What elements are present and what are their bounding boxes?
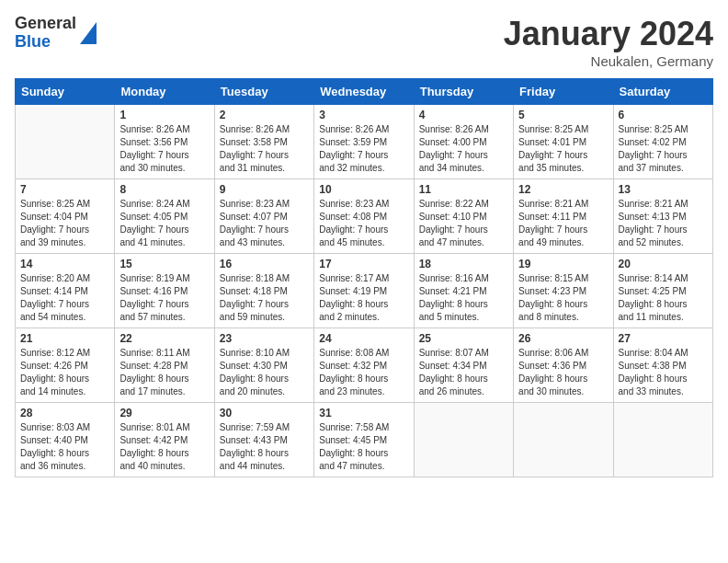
calendar-cell: 20Sunrise: 8:14 AMSunset: 4:25 PMDayligh… bbox=[613, 254, 712, 328]
calendar-cell: 25Sunrise: 8:07 AMSunset: 4:34 PMDayligh… bbox=[414, 328, 513, 403]
day-number: 28 bbox=[20, 407, 109, 419]
day-number: 3 bbox=[319, 109, 408, 121]
calendar-cell: 13Sunrise: 8:21 AMSunset: 4:13 PMDayligh… bbox=[613, 179, 712, 254]
calendar-cell: 19Sunrise: 8:15 AMSunset: 4:23 PMDayligh… bbox=[514, 254, 613, 328]
day-number: 5 bbox=[518, 109, 608, 121]
day-number: 12 bbox=[518, 183, 608, 196]
calendar-cell: 29Sunrise: 8:01 AMSunset: 4:42 PMDayligh… bbox=[115, 403, 214, 477]
day-number: 31 bbox=[319, 407, 408, 419]
day-number: 24 bbox=[319, 332, 408, 345]
day-number: 23 bbox=[220, 332, 309, 345]
day-info: Sunrise: 8:16 AMSunset: 4:21 PMDaylight:… bbox=[419, 272, 508, 324]
day-number: 6 bbox=[619, 109, 708, 121]
calendar-cell: 24Sunrise: 8:08 AMSunset: 4:32 PMDayligh… bbox=[314, 328, 414, 403]
day-number: 18 bbox=[419, 258, 508, 270]
day-info: Sunrise: 8:01 AMSunset: 4:42 PMDaylight:… bbox=[119, 421, 209, 473]
day-info: Sunrise: 8:10 AMSunset: 4:30 PMDaylight:… bbox=[220, 347, 309, 398]
day-number: 29 bbox=[119, 407, 209, 419]
calendar-cell: 17Sunrise: 8:17 AMSunset: 4:19 PMDayligh… bbox=[314, 254, 414, 328]
day-header-wednesday: Wednesday bbox=[314, 79, 414, 105]
day-header-saturday: Saturday bbox=[613, 79, 712, 105]
day-number: 17 bbox=[319, 258, 408, 270]
day-number: 13 bbox=[619, 183, 708, 196]
day-info: Sunrise: 7:58 AMSunset: 4:45 PMDaylight:… bbox=[319, 421, 408, 473]
calendar-cell: 12Sunrise: 8:21 AMSunset: 4:11 PMDayligh… bbox=[514, 179, 613, 254]
day-info: Sunrise: 8:17 AMSunset: 4:19 PMDaylight:… bbox=[319, 272, 408, 324]
calendar-cell bbox=[16, 105, 115, 179]
day-number: 30 bbox=[220, 407, 309, 419]
day-header-tuesday: Tuesday bbox=[214, 79, 313, 105]
location: Neukalen, Germany bbox=[504, 53, 713, 69]
day-info: Sunrise: 8:23 AMSunset: 4:08 PMDaylight:… bbox=[319, 198, 408, 249]
day-number: 2 bbox=[220, 109, 309, 121]
day-number: 22 bbox=[119, 332, 209, 345]
calendar-cell: 16Sunrise: 8:18 AMSunset: 4:18 PMDayligh… bbox=[214, 254, 313, 328]
calendar-cell: 23Sunrise: 8:10 AMSunset: 4:30 PMDayligh… bbox=[214, 328, 313, 403]
svg-marker-0 bbox=[80, 22, 97, 44]
day-number: 20 bbox=[619, 258, 708, 270]
day-number: 15 bbox=[119, 258, 209, 270]
calendar-week-4: 21Sunrise: 8:12 AMSunset: 4:26 PMDayligh… bbox=[16, 328, 713, 403]
calendar-week-2: 7Sunrise: 8:25 AMSunset: 4:04 PMDaylight… bbox=[16, 179, 713, 254]
day-info: Sunrise: 8:26 AMSunset: 3:59 PMDaylight:… bbox=[319, 123, 408, 175]
calendar-cell bbox=[613, 403, 712, 477]
calendar-cell: 26Sunrise: 8:06 AMSunset: 4:36 PMDayligh… bbox=[514, 328, 613, 403]
day-info: Sunrise: 8:20 AMSunset: 4:14 PMDaylight:… bbox=[20, 272, 109, 324]
day-number: 14 bbox=[20, 258, 109, 270]
day-info: Sunrise: 7:59 AMSunset: 4:43 PMDaylight:… bbox=[220, 421, 309, 473]
day-info: Sunrise: 8:11 AMSunset: 4:28 PMDaylight:… bbox=[119, 347, 209, 398]
day-info: Sunrise: 8:22 AMSunset: 4:10 PMDaylight:… bbox=[419, 198, 508, 249]
day-header-friday: Friday bbox=[514, 79, 613, 105]
day-number: 4 bbox=[419, 109, 508, 121]
calendar-cell: 28Sunrise: 8:03 AMSunset: 4:40 PMDayligh… bbox=[16, 403, 115, 477]
day-header-sunday: Sunday bbox=[16, 79, 115, 105]
calendar-cell: 7Sunrise: 8:25 AMSunset: 4:04 PMDaylight… bbox=[16, 179, 115, 254]
calendar-cell: 18Sunrise: 8:16 AMSunset: 4:21 PMDayligh… bbox=[414, 254, 513, 328]
day-info: Sunrise: 8:18 AMSunset: 4:18 PMDaylight:… bbox=[220, 272, 309, 324]
day-info: Sunrise: 8:26 AMSunset: 3:58 PMDaylight:… bbox=[220, 123, 309, 175]
day-number: 25 bbox=[419, 332, 508, 345]
day-info: Sunrise: 8:07 AMSunset: 4:34 PMDaylight:… bbox=[419, 347, 508, 398]
calendar-cell: 2Sunrise: 8:26 AMSunset: 3:58 PMDaylight… bbox=[214, 105, 313, 179]
day-number: 1 bbox=[119, 109, 209, 121]
day-number: 16 bbox=[220, 258, 309, 270]
day-number: 19 bbox=[518, 258, 608, 270]
calendar-cell: 11Sunrise: 8:22 AMSunset: 4:10 PMDayligh… bbox=[414, 179, 513, 254]
calendar-cell: 14Sunrise: 8:20 AMSunset: 4:14 PMDayligh… bbox=[16, 254, 115, 328]
day-info: Sunrise: 8:19 AMSunset: 4:16 PMDaylight:… bbox=[119, 272, 209, 324]
calendar-cell: 21Sunrise: 8:12 AMSunset: 4:26 PMDayligh… bbox=[16, 328, 115, 403]
day-info: Sunrise: 8:04 AMSunset: 4:38 PMDaylight:… bbox=[619, 347, 708, 398]
day-number: 8 bbox=[119, 183, 209, 196]
calendar-cell bbox=[514, 403, 613, 477]
day-info: Sunrise: 8:25 AMSunset: 4:04 PMDaylight:… bbox=[20, 198, 109, 249]
day-number: 10 bbox=[319, 183, 408, 196]
calendar-cell: 10Sunrise: 8:23 AMSunset: 4:08 PMDayligh… bbox=[314, 179, 414, 254]
logo-blue: Blue bbox=[15, 33, 76, 52]
day-header-monday: Monday bbox=[115, 79, 214, 105]
day-info: Sunrise: 8:12 AMSunset: 4:26 PMDaylight:… bbox=[20, 347, 109, 398]
calendar-cell: 8Sunrise: 8:24 AMSunset: 4:05 PMDaylight… bbox=[115, 179, 214, 254]
day-info: Sunrise: 8:03 AMSunset: 4:40 PMDaylight:… bbox=[20, 421, 109, 473]
calendar-cell: 1Sunrise: 8:26 AMSunset: 3:56 PMDaylight… bbox=[115, 105, 214, 179]
title-block: January 2024 Neukalen, Germany bbox=[504, 15, 713, 69]
day-info: Sunrise: 8:26 AMSunset: 3:56 PMDaylight:… bbox=[119, 123, 209, 175]
day-number: 9 bbox=[220, 183, 309, 196]
day-number: 7 bbox=[20, 183, 109, 196]
day-number: 26 bbox=[518, 332, 608, 345]
calendar-week-1: 1Sunrise: 8:26 AMSunset: 3:56 PMDaylight… bbox=[16, 105, 713, 179]
day-header-thursday: Thursday bbox=[414, 79, 513, 105]
calendar-body: 1Sunrise: 8:26 AMSunset: 3:56 PMDaylight… bbox=[16, 105, 713, 477]
logo-general: General bbox=[15, 15, 76, 33]
calendar-cell: 27Sunrise: 8:04 AMSunset: 4:38 PMDayligh… bbox=[613, 328, 712, 403]
calendar-table: SundayMondayTuesdayWednesdayThursdayFrid… bbox=[15, 78, 713, 477]
logo-icon bbox=[80, 22, 97, 44]
month-title: January 2024 bbox=[504, 15, 713, 53]
calendar-cell: 22Sunrise: 8:11 AMSunset: 4:28 PMDayligh… bbox=[115, 328, 214, 403]
day-info: Sunrise: 8:23 AMSunset: 4:07 PMDaylight:… bbox=[220, 198, 309, 249]
day-info: Sunrise: 8:26 AMSunset: 4:00 PMDaylight:… bbox=[419, 123, 508, 175]
calendar-cell: 31Sunrise: 7:58 AMSunset: 4:45 PMDayligh… bbox=[314, 403, 414, 477]
calendar-week-5: 28Sunrise: 8:03 AMSunset: 4:40 PMDayligh… bbox=[16, 403, 713, 477]
page-header: General Blue January 2024 Neukalen, Germ… bbox=[15, 15, 713, 69]
calendar-cell: 9Sunrise: 8:23 AMSunset: 4:07 PMDaylight… bbox=[214, 179, 313, 254]
logo: General Blue bbox=[15, 15, 97, 52]
